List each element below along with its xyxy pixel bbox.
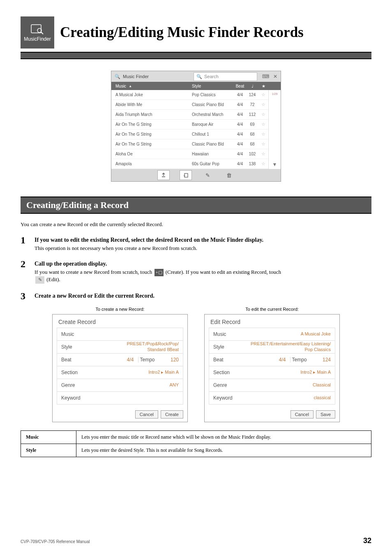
step2-title: Call up the operation display. <box>35 261 371 267</box>
table-row[interactable]: Aida Triumph MarchOrchestral March4/4112… <box>111 110 268 120</box>
col-tempo[interactable]: ♩ <box>246 84 258 88</box>
def-music-text: Lets you enter the music title or Record… <box>76 430 371 444</box>
beat-tempo-row[interactable]: Beat 4/4Tempo120 <box>57 353 183 366</box>
table-row[interactable]: A Musical JokePop Classics4/4124☆ <box>111 90 268 100</box>
edit-caption: To edit the current Record: <box>204 307 340 312</box>
style-field[interactable]: StylePRESET:/Entertainment/Easy Listenin… <box>209 340 335 353</box>
create-icon: +▢ <box>154 269 164 276</box>
def-style-text: Lets you enter the desired Style. This i… <box>76 444 371 457</box>
page-title: Creating/Editing Music Finder Records <box>60 25 304 41</box>
window-title: Music Finder <box>123 74 149 79</box>
cancel-button[interactable]: Cancel <box>135 410 158 419</box>
edit-icon: ✎ <box>35 276 44 284</box>
edit-dialog-title: Edit Record <box>205 314 339 328</box>
keyboard-icon[interactable]: ⌨ <box>262 74 269 79</box>
create-record-dialog: Create Record Music StylePRESET:/Pop&Roc… <box>52 314 188 422</box>
header-divider <box>21 52 371 59</box>
step3-title: Create a new Record or Edit the current … <box>35 293 371 299</box>
keyword-field[interactable]: Keyword <box>57 391 183 405</box>
table-row[interactable]: Amapola60s Guitar Pop4/4138☆ <box>111 159 268 169</box>
scroll-down-icon[interactable]: ▼ <box>272 162 277 169</box>
step1-body: This operation is not necessary when you… <box>35 245 371 252</box>
step-number-1: 1 <box>21 235 29 253</box>
intro-text: You can create a new Record or edit the … <box>21 220 371 229</box>
keyword-field[interactable]: Keywordclassical <box>209 391 335 405</box>
table-row[interactable]: Aloha OeHawaiian4/4102☆ <box>111 149 268 159</box>
table-header: Music▲ Style Beat ♩ ★ <box>111 82 281 90</box>
table-row[interactable]: Air On The G StringClassic Piano Bld4/46… <box>111 139 268 149</box>
search-icon: 🔍 <box>196 74 202 79</box>
table-row[interactable]: Air On The G StringBaroque Air4/469☆ <box>111 120 268 130</box>
col-music[interactable]: Music <box>115 84 126 88</box>
section-field[interactable]: SectionIntro2 ▸ Main A <box>209 366 335 379</box>
col-star[interactable]: ★ <box>258 84 268 88</box>
create-button[interactable]: + <box>180 170 192 180</box>
col-beat[interactable]: Beat <box>234 84 246 88</box>
create-dialog-title: Create Record <box>53 314 187 328</box>
cancel-button[interactable]: Cancel <box>291 410 314 419</box>
send-button[interactable] <box>157 170 170 180</box>
badge-label: MusicFinder <box>24 36 51 42</box>
create-caption: To create a new Record: <box>52 307 188 312</box>
svg-rect-0 <box>31 25 41 33</box>
edit-button[interactable]: ✎ <box>202 171 213 180</box>
definition-table: MusicLets you enter the music title or R… <box>21 430 371 457</box>
section-heading: Creating/Editing a Record <box>21 197 371 214</box>
page-indicator: 1/29 <box>272 92 278 95</box>
section-field[interactable]: SectionIntro2 ▸ Main A <box>57 366 183 379</box>
search-placeholder: Search <box>204 74 219 79</box>
genre-field[interactable]: GenreClassical <box>209 379 335 391</box>
page-magnifier-icon: 🔍 <box>115 74 120 79</box>
create-confirm-button[interactable]: Create <box>161 410 183 419</box>
page-number: 32 <box>363 536 371 545</box>
music-field[interactable]: Music <box>57 328 183 340</box>
music-finder-window: 🔍 Music Finder 🔍 Search ⌨ ✕ Music▲ Style… <box>111 71 281 182</box>
scroll-area[interactable]: 1/29 ▼ <box>268 90 281 169</box>
style-field[interactable]: StylePRESET:/Pop&Rock/Pop/ Standard 8Bea… <box>57 340 183 353</box>
step2-body: If you want to create a new Record from … <box>35 269 371 284</box>
def-music-label: Music <box>21 430 76 444</box>
genre-field[interactable]: GenreANY <box>57 379 183 391</box>
musicfinder-badge: MusicFinder <box>21 16 54 49</box>
close-icon[interactable]: ✕ <box>273 74 277 79</box>
table-row[interactable]: Air On The G StringChillout 14/468☆ <box>111 130 268 139</box>
step-number-2: 2 <box>21 259 29 285</box>
table-row[interactable]: Abide With MeClassic Piano Bld4/472☆ <box>111 100 268 110</box>
def-style-label: Style <box>21 444 76 457</box>
beat-tempo-row[interactable]: Beat 4/4Tempo124 <box>209 353 335 366</box>
music-field[interactable]: MusicA Musical Joke <box>209 328 335 340</box>
step1-title: If you want to edit the existing Record,… <box>35 237 371 243</box>
footer-reference: CVP-709/CVP-705 Reference Manual <box>21 539 90 544</box>
svg-line-2 <box>41 32 43 34</box>
sort-asc-icon: ▲ <box>129 84 132 88</box>
magnifier-page-icon <box>30 23 44 35</box>
svg-text:+: + <box>183 174 185 178</box>
col-style[interactable]: Style <box>189 84 234 88</box>
edit-record-dialog: Edit Record MusicA Musical Joke StylePRE… <box>204 314 340 422</box>
search-input[interactable]: 🔍 Search <box>194 72 257 81</box>
save-button[interactable]: Save <box>316 410 335 419</box>
delete-button[interactable]: 🗑 <box>223 171 235 180</box>
step-number-3: 3 <box>21 291 29 301</box>
